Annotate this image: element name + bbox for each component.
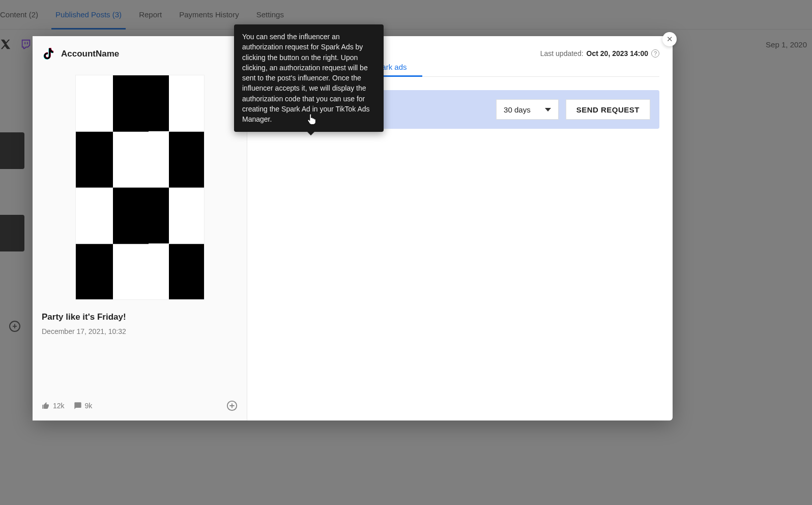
modal-left-pane: AccountName Party like it's Friday! Dece… [33,36,247,420]
comment-icon [74,402,82,410]
post-stats-row: 12k 9k [42,400,238,411]
add-circle-icon [226,400,238,411]
close-button[interactable]: ✕ [662,32,677,46]
likes-stat: 12k [42,402,65,410]
tiktok-icon [42,47,55,61]
post-title: Party like it's Friday! [42,312,238,322]
add-to-collection-button[interactable] [226,400,238,411]
duration-dropdown[interactable]: 30 days [496,99,559,120]
duration-selected: 30 days [504,105,531,114]
chevron-down-icon [545,108,551,111]
thumbs-up-icon [42,402,50,410]
likes-count: 12k [53,402,65,410]
spark-ads-tooltip: You can send the influencer an authoriza… [234,24,384,132]
send-request-button[interactable]: SEND REQUEST [566,99,650,120]
post-date: December 17, 2021, 10:32 [42,327,238,335]
comments-stat: 9k [74,402,93,410]
close-icon: ✕ [666,35,673,44]
account-row: AccountName [42,47,238,61]
post-media-thumbnail[interactable] [75,75,205,300]
comments-count: 9k [85,402,93,410]
account-name: AccountName [61,49,119,59]
